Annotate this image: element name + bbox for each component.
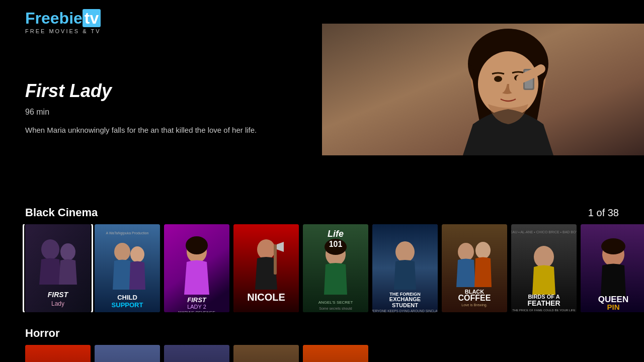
movie-card[interactable]: GASTINEAU • AL-ANE • CHICO BRICE • BAD B… [511,224,577,312]
movie-card[interactable]: FALL DOWN DEAD [233,345,299,362]
svg-text:ANGEL'S SECRET: ANGEL'S SECRET [318,300,353,305]
movie-card[interactable]: THE FOREIGN EXCHANGE STUDENT EVERYONE KE… [372,224,438,312]
svg-text:FIRST: FIRST [48,291,69,299]
svg-text:COFFEE: COFFEE [458,294,491,302]
movie-card[interactable]: REVENGE [25,345,91,362]
black-cinema-row: FIRST Lady A WaT [0,224,644,312]
black-cinema-header: Black Cinema 1 of 38 [0,206,644,219]
movie-card[interactable]: BLACK COFFEE Love is Brewing. [442,224,507,312]
svg-rect-78 [164,345,229,362]
hero-svg [322,24,644,155]
svg-text:CHILD: CHILD [117,294,137,301]
logo-freebie: Freebie [25,9,83,27]
movie-card[interactable]: NICOLE [233,224,299,312]
movie-duration: 96 min [25,108,307,117]
svg-rect-75 [95,345,160,362]
svg-point-4 [494,76,502,82]
svg-text:Life: Life [328,229,344,239]
svg-point-10 [41,239,59,259]
svg-text:Lady: Lady [51,300,64,307]
svg-text:PIN: PIN [607,303,619,311]
svg-point-53 [475,242,491,259]
svg-point-60 [534,246,554,268]
svg-text:FIRST: FIRST [187,296,207,304]
logo: Freebietv [25,10,101,26]
movie-info: First Lady 96 min When Maria unknowingly… [25,80,307,136]
svg-rect-85 [303,345,368,362]
horror-header: Horror [0,327,644,340]
movie-card[interactable]: QUEEN PIN [581,224,644,312]
svg-point-24 [186,236,208,254]
svg-text:FEATHER: FEATHER [527,299,560,307]
svg-text:EXCHANGE: EXCHANGE [389,296,421,302]
svg-text:LADY 2: LADY 2 [187,304,206,310]
svg-point-11 [60,243,75,260]
black-cinema-count: 1 of 38 [588,207,619,219]
svg-text:NICOLE: NICOLE [247,292,285,303]
svg-text:never be kept.: never be kept. [325,312,347,312]
svg-point-17 [130,246,144,262]
svg-point-16 [114,243,130,261]
movie-card[interactable] [303,345,368,362]
horror-title: Horror [25,327,59,340]
svg-text:SUPPORT: SUPPORT [112,301,143,309]
logo-subtitle: FREE MOVIES & TV [25,28,101,34]
horror-row: REVENGE HOME [0,345,644,362]
movie-card[interactable]: A WaTaNgipuka Production CHILD SUPPORT [95,224,160,312]
svg-text:Some secrets should: Some secrets should [319,307,352,310]
svg-point-52 [458,243,474,261]
movie-card[interactable]: FIRST LADY 2 MARIA'S REVENGE [164,224,229,312]
black-cinema-title: Black Cinema [25,206,98,219]
black-cinema-section: Black Cinema 1 of 38 FIRST [0,206,644,312]
svg-point-68 [601,238,625,254]
movie-title: First Lady [25,80,307,102]
movie-description: When Maria unknowingly falls for the an … [25,125,307,136]
hero-image [322,24,644,155]
movie-card[interactable]: Life 101 ANGEL'S SECRET Some secrets sho… [303,224,368,312]
svg-text:101: 101 [329,240,343,248]
svg-text:Love is Brewing.: Love is Brewing. [461,303,487,307]
hero-thumbnail [322,24,644,155]
movie-card[interactable] [164,345,229,362]
svg-point-45 [395,241,415,262]
movie-card[interactable]: FIRST Lady [25,224,91,312]
logo-tv: tv [83,9,101,27]
logo-area: Freebietv FREE MOVIES & TV [25,10,101,34]
horror-section: Horror REVENGE [0,327,644,362]
svg-text:EVERYONE KEEPS DYING AROUND SI: EVERYONE KEEPS DYING AROUND SINCLAIR. [372,309,438,312]
svg-text:A WaTaNgipuka Production: A WaTaNgipuka Production [106,231,149,235]
svg-text:GASTINEAU • AL-ANE • CHICO BRI: GASTINEAU • AL-ANE • CHICO BRICE • BAD B… [511,230,577,234]
svg-rect-72 [25,345,91,362]
svg-text:THE PRICE OF FAME COULD BE YOU: THE PRICE OF FAME COULD BE YOUR LIFE [512,309,576,312]
svg-rect-80 [233,345,299,362]
svg-point-30 [257,239,275,259]
svg-text:MARIA'S REVENGE: MARIA'S REVENGE [178,310,215,312]
svg-text:STUDENT: STUDENT [392,302,418,308]
svg-rect-31 [274,244,277,275]
movie-card[interactable]: HOME [95,345,160,362]
